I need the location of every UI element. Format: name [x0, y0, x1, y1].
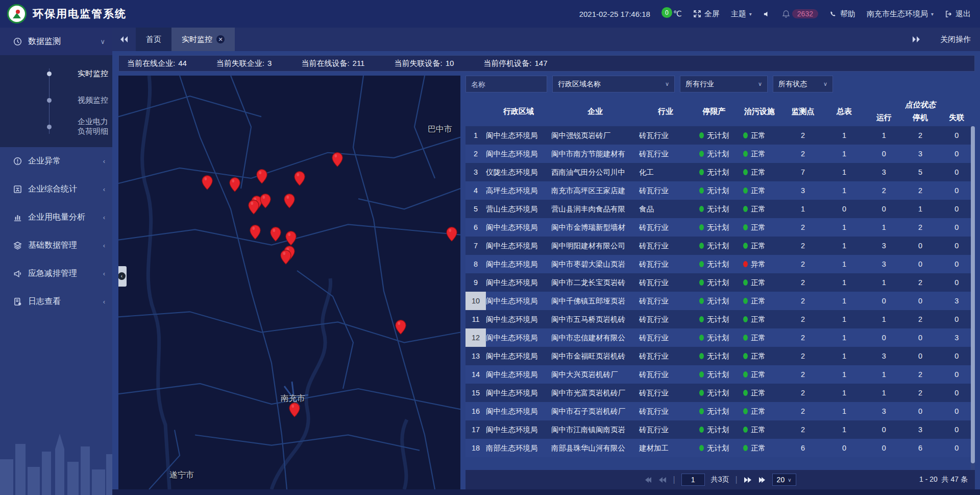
- cell-points: 2: [783, 370, 823, 379]
- table-row[interactable]: 3 仪陇生态环境局 西南油气田分公司川中 化工 无计划: [465, 163, 975, 181]
- map-pin-icon[interactable]: [280, 249, 291, 267]
- tabs-scroll-right-button[interactable]: [904, 36, 928, 43]
- table-row[interactable]: 14 阆中生态环境局 阆中大兴页岩机砖厂 砖瓦行业 无计划: [465, 365, 975, 384]
- status-dot-icon: [743, 132, 748, 138]
- tab-realtime-monitoring[interactable]: 实时监控 ✕: [172, 28, 235, 51]
- table-row[interactable]: 15 阆中生态环境局 阆中市光富页岩机砖厂 砖瓦行业 无计划: [465, 384, 975, 402]
- cell-industry: 砖瓦行业: [639, 296, 692, 306]
- theme-dropdown[interactable]: 主题▾: [731, 9, 752, 19]
- industry-filter-select[interactable]: 所有行业∨: [680, 76, 768, 92]
- sidebar-item-company-anomaly[interactable]: 企业异常‹: [0, 147, 112, 175]
- sidebar-item-power-analysis[interactable]: 企业用电量分析‹: [0, 203, 112, 231]
- map-pin-icon[interactable]: [248, 200, 259, 217]
- cell-company: 阆中市光富页岩机砖厂: [551, 388, 639, 398]
- next-page-button[interactable]: [744, 477, 752, 483]
- cell-prod-status: 无计划: [692, 260, 736, 269]
- table-scrollbar[interactable]: [971, 126, 975, 470]
- cell-index: 6: [465, 218, 486, 237]
- cell-meters: 1: [823, 223, 866, 231]
- last-page-button[interactable]: [758, 477, 766, 483]
- sidebar-item-emergency-reduction[interactable]: 应急减排管理‹: [0, 260, 112, 288]
- table-row[interactable]: 6 阆中生态环境局 阆中市金博瑞新型墙材 砖瓦行业 无计划: [465, 218, 975, 237]
- sidebar-subitem[interactable]: 视频监控: [0, 87, 112, 113]
- tab-bar: 首页 实时监控 ✕ 关闭操作: [112, 28, 980, 51]
- table-row[interactable]: 17 阆中生态环境局 阆中市江南镇阆南页岩 砖瓦行业 无计划: [465, 420, 975, 439]
- map-pin-icon[interactable]: [294, 171, 305, 188]
- map-pin-icon[interactable]: [289, 403, 300, 420]
- table-row[interactable]: 7 阆中生态环境局 阆中明阳建材有限公司 砖瓦行业 无计划: [465, 237, 975, 255]
- cell-lost: 0: [939, 150, 975, 158]
- map-pin-icon[interactable]: [202, 175, 213, 192]
- status-dot-icon: [743, 261, 748, 267]
- cell-points: 2: [783, 334, 823, 342]
- map-pin-icon[interactable]: [229, 177, 240, 194]
- org-dropdown[interactable]: 南充市生态环境局▾: [867, 9, 934, 19]
- sidebar-item-log-view[interactable]: 日志查看‹: [0, 288, 112, 316]
- table-row[interactable]: 9 阆中生态环境局 阆中市二龙长宝页岩砖 砖瓦行业 无计划: [465, 273, 975, 292]
- cell-region: 阆中生态环境局: [486, 260, 551, 269]
- name-filter-input[interactable]: [465, 76, 547, 92]
- prev-page-button[interactable]: [658, 477, 667, 483]
- cell-lost: 0: [939, 444, 975, 452]
- table-row[interactable]: 18 南部生态环境局 南部县珠华山河有限公 建材加工 无计划: [465, 439, 975, 457]
- map-pin-icon[interactable]: [270, 226, 281, 244]
- map-pin-icon[interactable]: [284, 194, 295, 211]
- cell-index: 2: [465, 145, 486, 163]
- map-pin-icon[interactable]: [395, 320, 406, 337]
- tabs-scroll-left-button[interactable]: [112, 36, 136, 43]
- table-row[interactable]: 8 阆中生态环境局 阆中市枣碧大梁山页岩 砖瓦行业 无计划: [465, 255, 975, 273]
- cell-stop: 2: [902, 389, 938, 397]
- map-panel[interactable]: 巴中市 南充市 遂宁市: [118, 76, 460, 489]
- table-row[interactable]: 4 高坪生态环境局 南充市高坪区王家店建 砖瓦行业 无计划: [465, 181, 975, 200]
- region-filter-select[interactable]: 行政区域名称∨: [552, 76, 675, 92]
- table-row[interactable]: 12 阆中生态环境局 阆中市忠信建材有限公 砖瓦行业 无计划: [465, 328, 975, 347]
- status-dot-icon: [699, 353, 704, 359]
- table-row[interactable]: 16 阆中生态环境局 阆中市石子页岩机砖厂 砖瓦行业 无计划: [465, 402, 975, 420]
- cell-prod-status: 无计划: [692, 351, 736, 361]
- status-dot-icon: [743, 353, 748, 359]
- tab-home[interactable]: 首页: [136, 28, 172, 51]
- sidebar-item-base-data[interactable]: 基础数据管理‹: [0, 231, 112, 260]
- table-row[interactable]: 13 阆中生态环境局 阆中市金福旺页岩机砖 砖瓦行业 无计划: [465, 347, 975, 365]
- map-pin-icon[interactable]: [446, 226, 457, 244]
- table-row[interactable]: 1 阆中生态环境局 阆中强锐页岩砖厂 砖瓦行业 无计划: [465, 126, 975, 145]
- fullscreen-button[interactable]: 全屏: [693, 9, 720, 19]
- sidebar-subitem[interactable]: 企业电力负荷明细: [0, 113, 112, 140]
- table-row[interactable]: 11 阆中生态环境局 阆中市五马桥页岩机砖 砖瓦行业 无计划: [465, 310, 975, 328]
- table-row[interactable]: 5 营山生态环境局 营山县润丰肉食品有限 食品 无计划: [465, 200, 975, 218]
- logout-button[interactable]: 退出: [945, 9, 971, 19]
- sound-button[interactable]: [763, 10, 771, 18]
- cell-stop: 1: [902, 205, 938, 213]
- cell-points: 3: [783, 186, 823, 195]
- table-row[interactable]: 2 阆中生态环境局 阆中市南方节能建材有 砖瓦行业 无计划: [465, 145, 975, 163]
- cell-company: 阆中市二龙长宝页岩砖: [551, 278, 639, 288]
- cell-meters: 1: [823, 186, 866, 195]
- cell-meters: 0: [823, 205, 866, 213]
- stat-item: 当前失联企业: 3: [216, 59, 272, 68]
- close-operations-button[interactable]: 关闭操作: [928, 35, 980, 44]
- col-header-stop: 停机: [902, 113, 938, 125]
- cell-industry: 食品: [639, 204, 692, 214]
- map-pin-icon[interactable]: [260, 194, 271, 211]
- sidebar-subitem[interactable]: 实时监控: [0, 60, 112, 87]
- status-dot-icon: [743, 408, 748, 414]
- sidebar-item-company-stats[interactable]: 企业综合统计‹: [0, 175, 112, 203]
- map-collapse-handle[interactable]: ‹: [118, 266, 127, 287]
- page-number-input[interactable]: [681, 474, 705, 486]
- help-button[interactable]: 帮助: [829, 9, 855, 19]
- cell-run: 0: [866, 334, 902, 342]
- first-page-button[interactable]: [644, 477, 652, 483]
- page-size-select[interactable]: 20∨: [772, 474, 796, 486]
- cell-stop: 2: [902, 370, 938, 379]
- status-filter-select[interactable]: 所有状态∨: [773, 76, 833, 92]
- tab-close-icon[interactable]: ✕: [216, 35, 225, 43]
- notifications[interactable]: 2632: [782, 9, 818, 18]
- cell-facility-status: 正常: [736, 443, 783, 453]
- map-pin-icon[interactable]: [256, 169, 267, 186]
- cell-run: 3: [866, 352, 902, 360]
- map-pin-icon[interactable]: [332, 152, 343, 170]
- cell-points: 2: [783, 407, 823, 415]
- table-row[interactable]: 10 阆中生态环境局 阆中千佛镇五郎垭页岩 砖瓦行业 无计划: [465, 292, 975, 310]
- sidebar-item-data-monitoring[interactable]: 数据监测 ∨: [0, 28, 112, 55]
- map-pin-icon[interactable]: [250, 224, 261, 242]
